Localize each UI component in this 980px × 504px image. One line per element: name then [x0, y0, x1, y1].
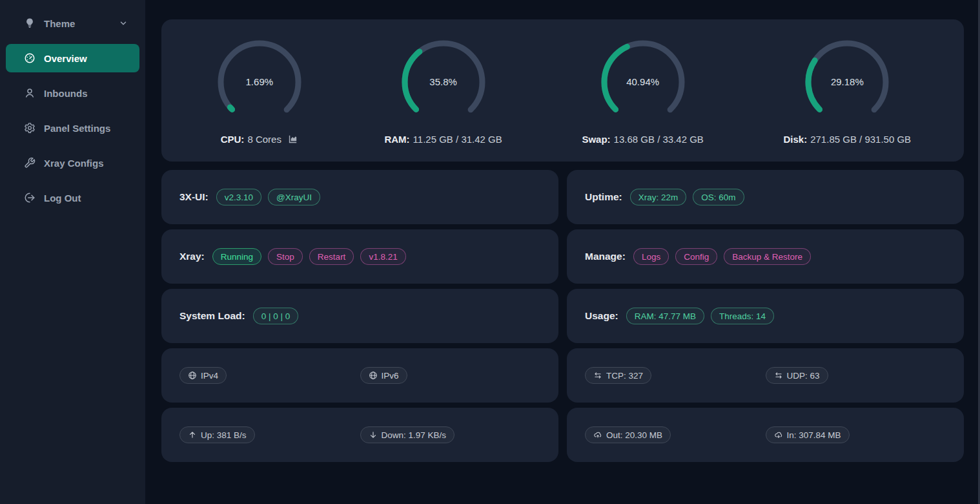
gauge-label: CPU:	[221, 134, 245, 145]
sidebar-item-label: Xray Configs	[44, 158, 104, 169]
dashboard-icon	[23, 52, 36, 65]
download-speed-tag: Down: 1.97 KB/s	[360, 426, 455, 443]
gauge-caption: Swap:13.68 GB / 33.42 GB	[582, 134, 703, 145]
sidebar-item-label: Overview	[44, 53, 87, 64]
card-traffic: Out: 20.30 MBIn: 307.84 MB	[567, 408, 964, 462]
traffic-out-tag: Out: 20.30 MB	[585, 426, 671, 443]
card-column: UDP: 63	[766, 367, 946, 384]
app-root: ThemeOverviewInboundsPanel SettingsXray …	[0, 0, 980, 504]
tag-text: Threads: 14	[719, 311, 766, 321]
sidebar-item-label: Inbounds	[44, 88, 88, 99]
config-button[interactable]: Config	[675, 248, 717, 265]
sidebar-item-log-out[interactable]: Log Out	[6, 184, 139, 212]
bulb-icon	[23, 17, 36, 30]
gauges-card: 1.69%CPU:8 Cores35.8%RAM:11.25 GB / 31.4…	[161, 19, 964, 162]
gauge-percent: 1.69%	[214, 37, 305, 127]
tag-text: Xray: 22m	[638, 193, 679, 202]
cloud-up-icon	[593, 430, 602, 439]
gauge-value: 271.85 GB / 931.50 GB	[810, 134, 911, 145]
tag-group: 0 | 0 | 0	[253, 308, 299, 324]
sidebar-item-panel-settings[interactable]: Panel Settings	[6, 114, 139, 142]
os-uptime-tag: OS: 60m	[693, 189, 744, 205]
arrow-up-icon	[188, 430, 197, 439]
backup-restore-button[interactable]: Backup & Restore	[724, 248, 811, 265]
tag-group: RAM: 47.77 MBThreads: 14	[626, 308, 774, 324]
tag-text: Up: 381 B/s	[201, 430, 247, 440]
card-usage: Usage:RAM: 47.77 MBThreads: 14	[567, 289, 964, 343]
gauge-ring: 35.8%	[398, 37, 489, 127]
logout-icon	[23, 191, 36, 204]
logs-button[interactable]: Logs	[633, 248, 669, 265]
card-uptime: Uptime:Xray: 22mOS: 60m	[567, 170, 964, 224]
telegram-link-tag[interactable]: @XrayUI	[268, 189, 320, 205]
tag-text: Backup & Restore	[732, 252, 802, 262]
card-connections: TCP: 327UDP: 63	[567, 348, 964, 403]
cloud-down-icon	[774, 430, 783, 439]
gauge-caption: Disk:271.85 GB / 931.50 GB	[784, 134, 912, 145]
info-grid: 3X-UI:v2.3.10@XrayUIUptime:Xray: 22mOS: …	[161, 170, 964, 462]
globe-icon	[369, 371, 378, 380]
tag-text: IPv4	[201, 371, 218, 381]
sidebar-item-overview[interactable]: Overview	[6, 44, 139, 72]
card-column: Out: 20.30 MB	[585, 426, 766, 443]
gauge-value: 11.25 GB / 31.42 GB	[413, 134, 502, 145]
tcp-count-tag: TCP: 327	[585, 367, 651, 384]
tag-group: Xray: 22mOS: 60m	[630, 189, 744, 205]
gauge-ring: 29.18%	[802, 37, 892, 127]
tag-text: Out: 20.30 MB	[606, 430, 662, 440]
load-average-tag: 0 | 0 | 0	[253, 308, 299, 324]
card-panel-info: 3X-UI:v2.3.10@XrayUI	[161, 170, 558, 224]
tag-text: OS: 60m	[701, 193, 735, 202]
tag-text: Running	[221, 252, 253, 262]
sidebar-item-inbounds[interactable]: Inbounds	[6, 79, 139, 107]
ipv4-tag[interactable]: IPv4	[179, 367, 227, 384]
tag-text: In: 307.84 MB	[787, 430, 841, 440]
restart-xray-button[interactable]: Restart	[309, 248, 354, 265]
tag-group: LogsConfigBackup & Restore	[633, 248, 811, 265]
gauge-percent: 35.8%	[398, 37, 489, 127]
card-column: Down: 1.97 KB/s	[360, 426, 541, 443]
chart-icon[interactable]	[287, 134, 298, 145]
chevron-down-icon	[119, 19, 128, 28]
transfer-icon	[593, 371, 602, 380]
gauge-ram: 35.8%RAM:11.25 GB / 31.42 GB	[384, 37, 502, 145]
card-column: In: 307.84 MB	[766, 426, 946, 443]
card-label: Xray:	[179, 251, 205, 262]
gauge-percent: 40.94%	[598, 37, 688, 127]
tag-text: v2.3.10	[225, 193, 253, 202]
transfer-icon	[774, 371, 783, 380]
panel-version-tag[interactable]: v2.3.10	[216, 189, 261, 205]
tag-text: v1.8.21	[369, 252, 397, 262]
sidebar-item-theme[interactable]: Theme	[6, 9, 139, 37]
gauge-label: Swap:	[582, 134, 610, 145]
card-manage: Manage:LogsConfigBackup & Restore	[567, 229, 964, 284]
tag-text: IPv6	[382, 371, 399, 381]
tag-text: Logs	[642, 252, 660, 262]
tag-text: TCP: 327	[606, 371, 643, 381]
card-column: IPv4	[179, 367, 360, 384]
gauge-percent: 29.18%	[802, 37, 892, 127]
card-label: Manage:	[585, 251, 626, 262]
tag-text: @XrayUI	[276, 193, 312, 202]
gauge-swap: 40.94%Swap:13.68 GB / 33.42 GB	[582, 37, 703, 145]
card-label: Usage:	[585, 310, 618, 322]
xray-status-badge: Running	[212, 248, 261, 265]
xray-version-tag[interactable]: v1.8.21	[360, 248, 405, 265]
gauge-ring: 40.94%	[598, 37, 688, 127]
card-column: TCP: 327	[585, 367, 766, 384]
globe-icon	[188, 371, 197, 380]
card-column: IPv6	[360, 367, 541, 384]
sidebar-item-label: Log Out	[44, 193, 81, 204]
ipv6-tag[interactable]: IPv6	[360, 367, 407, 384]
tag-text: Down: 1.97 KB/s	[382, 430, 447, 440]
gauge-cpu: 1.69%CPU:8 Cores	[214, 37, 305, 145]
card-speed: Up: 381 B/sDown: 1.97 KB/s	[161, 408, 558, 462]
gauge-label: RAM:	[384, 134, 409, 145]
udp-count-tag: UDP: 63	[766, 367, 828, 384]
sidebar-item-xray-configs[interactable]: Xray Configs	[6, 149, 139, 177]
stop-xray-button[interactable]: Stop	[268, 248, 303, 265]
arrow-down-icon	[369, 430, 378, 439]
threads-tag: Threads: 14	[711, 308, 774, 324]
xray-uptime-tag: Xray: 22m	[630, 189, 687, 205]
gauge-caption: RAM:11.25 GB / 31.42 GB	[384, 134, 502, 145]
